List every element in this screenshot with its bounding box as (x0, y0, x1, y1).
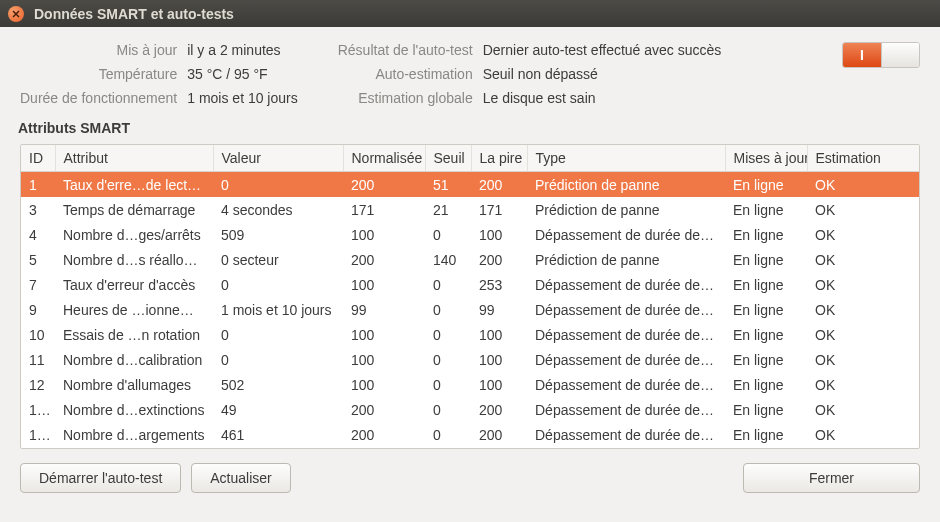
cell-norm: 171 (343, 197, 425, 222)
cell-attr: Nombre d…ges/arrêts (55, 222, 213, 247)
col-seuil[interactable]: Seuil (425, 145, 471, 172)
cell-pire: 171 (471, 197, 527, 222)
cell-est: OK (807, 297, 919, 322)
cell-norm: 200 (343, 247, 425, 272)
cell-norm: 200 (343, 422, 425, 447)
cell-attr: Heures de …ionnement (55, 297, 213, 322)
col-norm[interactable]: Normalisée (343, 145, 425, 172)
cell-type: Dépassement de durée de vie (527, 322, 725, 347)
cell-attr: Nombre d…s réalloués (55, 247, 213, 272)
toggle-on-label: I (843, 43, 881, 67)
table-row[interactable]: 7Taux d'erreur d'accès01000253Dépassemen… (21, 272, 919, 297)
cell-maj: En ligne (725, 372, 807, 397)
cell-attr: Nombre d…argements (55, 422, 213, 447)
cell-maj: En ligne (725, 397, 807, 422)
cell-seuil: 21 (425, 197, 471, 222)
cell-id: 9 (21, 297, 55, 322)
cell-attr: Taux d'erreur d'accès (55, 272, 213, 297)
toggle-knob (881, 43, 919, 67)
cell-maj: En ligne (725, 197, 807, 222)
cell-norm: 200 (343, 172, 425, 198)
cell-maj: En ligne (725, 297, 807, 322)
table-row[interactable]: 5Nombre d…s réalloués0 secteur200140200P… (21, 247, 919, 272)
cell-norm: 100 (343, 222, 425, 247)
info-left-column: Mis à jour il y a 2 minutes Température … (20, 42, 298, 106)
cell-type: Dépassement de durée de vie (527, 347, 725, 372)
start-selftest-button[interactable]: Démarrer l'auto-test (20, 463, 181, 493)
col-type[interactable]: Type (527, 145, 725, 172)
cell-type: Dépassement de durée de vie (527, 397, 725, 422)
close-icon[interactable] (8, 6, 24, 22)
cell-est: OK (807, 372, 919, 397)
cell-type: Dépassement de durée de vie (527, 272, 725, 297)
cell-seuil: 0 (425, 347, 471, 372)
cell-attr: Temps de démarrage (55, 197, 213, 222)
temperature-value: 35 °C / 95 °F (187, 66, 298, 82)
cell-attr: Nombre d'allumages (55, 372, 213, 397)
cell-attr: Essais de …n rotation (55, 322, 213, 347)
cell-pire: 99 (471, 297, 527, 322)
cell-id: 192 (21, 397, 55, 422)
section-title: Attributs SMART (18, 120, 920, 136)
cell-val: 0 (213, 347, 343, 372)
uptime-value: 1 mois et 10 jours (187, 90, 298, 106)
cell-est: OK (807, 322, 919, 347)
cell-est: OK (807, 397, 919, 422)
table-row[interactable]: 3Temps de démarrage4 secondes17121171Pré… (21, 197, 919, 222)
temperature-label: Température (20, 66, 177, 82)
cell-pire: 200 (471, 247, 527, 272)
cell-est: OK (807, 422, 919, 447)
cell-val: 4 secondes (213, 197, 343, 222)
cell-id: 5 (21, 247, 55, 272)
cell-norm: 100 (343, 372, 425, 397)
col-est[interactable]: Estimation (807, 145, 919, 172)
cell-id: 193 (21, 422, 55, 447)
cell-pire: 200 (471, 422, 527, 447)
cell-est: OK (807, 247, 919, 272)
cell-pire: 200 (471, 397, 527, 422)
cell-seuil: 0 (425, 272, 471, 297)
cell-norm: 100 (343, 347, 425, 372)
cell-type: Dépassement de durée de vie (527, 222, 725, 247)
cell-type: Dépassement de durée de vie (527, 297, 725, 322)
uptime-label: Durée de fonctionnement (20, 90, 177, 106)
cell-maj: En ligne (725, 422, 807, 447)
cell-norm: 200 (343, 397, 425, 422)
table-row[interactable]: 9Heures de …ionnement1 mois et 10 jours9… (21, 297, 919, 322)
cell-norm: 99 (343, 297, 425, 322)
table-row[interactable]: 192Nombre d…extinctions492000200Dépassem… (21, 397, 919, 422)
cell-seuil: 0 (425, 222, 471, 247)
cell-seuil: 0 (425, 397, 471, 422)
table-row[interactable]: 193Nombre d…argements4612000200Dépasseme… (21, 422, 919, 447)
col-pire[interactable]: La pire (471, 145, 527, 172)
cell-est: OK (807, 272, 919, 297)
self-estimation-label: Auto-estimation (338, 66, 473, 82)
cell-maj: En ligne (725, 222, 807, 247)
cell-seuil: 0 (425, 372, 471, 397)
col-maj[interactable]: Mises à jour (725, 145, 807, 172)
col-id[interactable]: ID (21, 145, 55, 172)
selftest-result-label: Résultat de l'auto-test (338, 42, 473, 58)
close-button[interactable]: Fermer (743, 463, 920, 493)
cell-pire: 100 (471, 347, 527, 372)
cell-id: 7 (21, 272, 55, 297)
cell-seuil: 0 (425, 422, 471, 447)
cell-attr: Nombre d…calibration (55, 347, 213, 372)
cell-id: 1 (21, 172, 55, 198)
cell-id: 12 (21, 372, 55, 397)
col-val[interactable]: Valeur (213, 145, 343, 172)
col-attr[interactable]: Attribut (55, 145, 213, 172)
table-row[interactable]: 10Essais de …n rotation01000100Dépasseme… (21, 322, 919, 347)
cell-est: OK (807, 222, 919, 247)
info-right-column: Résultat de l'auto-test Dernier auto-tes… (338, 42, 722, 106)
smart-toggle[interactable]: I (842, 42, 920, 68)
cell-seuil: 51 (425, 172, 471, 198)
cell-norm: 100 (343, 322, 425, 347)
table-row[interactable]: 4Nombre d…ges/arrêts5091000100Dépassemen… (21, 222, 919, 247)
cell-pire: 100 (471, 322, 527, 347)
cell-val: 49 (213, 397, 343, 422)
table-row[interactable]: 12Nombre d'allumages5021000100Dépassemen… (21, 372, 919, 397)
table-row[interactable]: 1Taux d'erre…de lecture020051200Prédicti… (21, 172, 919, 198)
table-row[interactable]: 11Nombre d…calibration01000100Dépassemen… (21, 347, 919, 372)
refresh-button[interactable]: Actualiser (191, 463, 290, 493)
